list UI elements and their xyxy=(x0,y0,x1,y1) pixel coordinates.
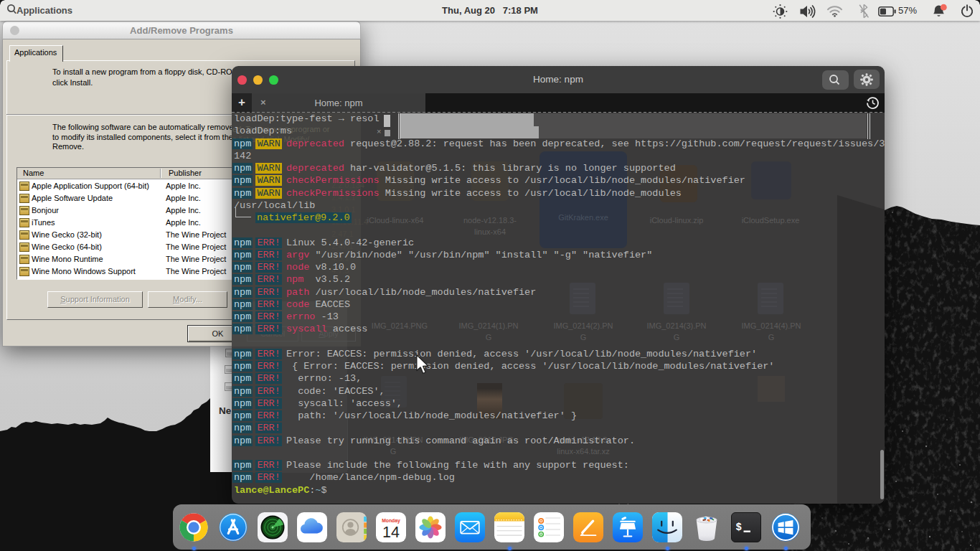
svg-text:$: $ xyxy=(736,522,742,533)
svg-text:14: 14 xyxy=(382,524,400,541)
svg-text:Monday: Monday xyxy=(382,518,400,524)
